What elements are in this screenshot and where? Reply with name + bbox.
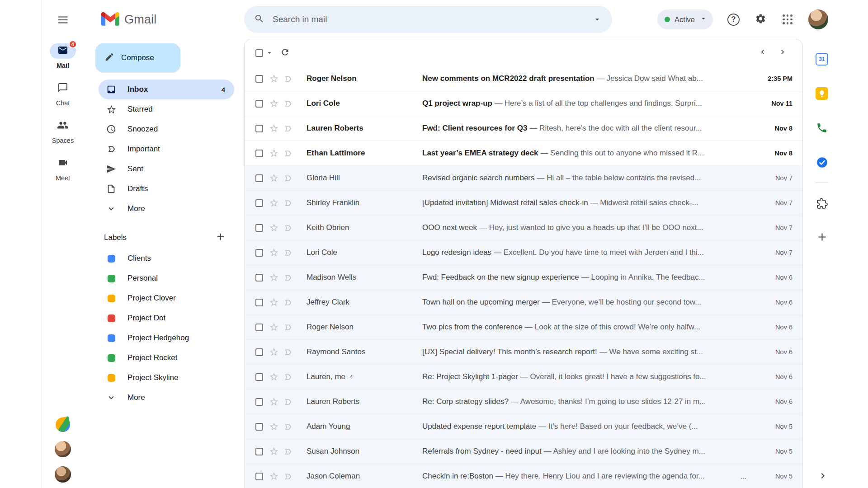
importance-marker-icon[interactable] [282,73,293,84]
importance-marker-icon[interactable] [282,347,293,357]
compose-button[interactable]: Compose [95,43,180,72]
row-checkbox[interactable] [255,373,263,381]
star-icon[interactable] [269,421,279,432]
voice-icon[interactable] [815,121,829,135]
importance-marker-icon[interactable] [282,371,293,382]
sidebar-item-important[interactable]: Important [99,139,234,159]
row-checkbox[interactable] [255,249,263,257]
row-checkbox[interactable] [255,348,263,356]
create-label-button[interactable] [213,230,228,245]
row-checkbox[interactable] [255,75,263,83]
importance-marker-icon[interactable] [282,123,293,134]
rail-item-chat[interactable]: Chat [50,81,76,107]
sidebar-label-item[interactable]: Project Rocket [99,348,234,368]
email-row[interactable]: Lauren, me4 Re: Project Skylight 1-pager… [245,365,802,389]
email-row[interactable]: Roger Nelson New comments on MCR2022 dra… [245,66,802,91]
main-menu-button[interactable] [52,10,74,32]
star-icon[interactable] [269,98,279,109]
importance-marker-icon[interactable] [282,173,293,183]
email-row[interactable]: Lauren Roberts Re: Corp strategy slides?… [245,389,802,414]
search-options-caret-icon[interactable] [587,9,608,30]
email-row[interactable]: Lori Cole Q1 project wrap-up— Here’s a l… [245,91,802,116]
sidebar-label-item[interactable]: Personal [99,268,234,288]
importance-marker-icon[interactable] [282,197,293,208]
row-checkbox[interactable] [255,199,263,207]
rail-item-mail[interactable]: 4 Mail [50,43,76,69]
status-chip[interactable]: Active [657,9,713,29]
search-bar[interactable] [244,6,612,33]
sidebar-label-item[interactable]: Project Clover [99,288,234,308]
importance-marker-icon[interactable] [282,421,293,432]
tasks-icon[interactable] [815,155,829,169]
row-checkbox[interactable] [255,274,263,282]
star-icon[interactable] [269,347,279,357]
importance-marker-icon[interactable] [282,396,293,407]
refresh-button[interactable] [276,44,294,62]
star-icon[interactable] [269,123,279,134]
star-icon[interactable] [269,222,279,233]
star-icon[interactable] [269,371,279,382]
older-page-button[interactable] [774,44,792,62]
select-dropdown-caret-icon[interactable] [265,48,274,57]
importance-marker-icon[interactable] [282,322,293,333]
row-checkbox[interactable] [255,150,263,157]
help-button[interactable]: ? [727,14,740,26]
sidebar-item-sent[interactable]: Sent [99,159,234,179]
apps-grid-button[interactable] [781,13,794,26]
row-checkbox[interactable] [255,473,263,480]
star-icon[interactable] [269,173,279,183]
get-addons-button[interactable] [815,231,829,244]
sidebar-label-item[interactable]: Project Dot [99,308,234,328]
row-checkbox[interactable] [255,324,263,331]
rail-item-spaces[interactable]: Spaces [50,118,76,144]
row-checkbox[interactable] [255,299,263,306]
workspace-logo[interactable] [54,416,71,433]
star-icon[interactable] [269,396,279,407]
row-checkbox[interactable] [255,100,263,108]
sidebar-item-more[interactable]: More [99,199,234,219]
collapse-panel-button[interactable] [816,470,830,483]
sidebar-item-starred[interactable]: Starred [99,99,234,119]
importance-marker-icon[interactable] [282,471,293,482]
email-row[interactable]: Gloria Hill Revised organic search numbe… [245,166,802,191]
row-checkbox[interactable] [255,125,263,132]
keep-icon[interactable] [815,87,829,100]
addons-icon[interactable] [815,197,829,210]
row-checkbox[interactable] [255,224,263,232]
email-row[interactable]: Roger Nelson Two pics from the conferenc… [245,315,802,340]
sidebar-item-inbox[interactable]: Inbox 4 [99,80,234,99]
rail-item-meet[interactable]: Meet [50,156,76,182]
email-row[interactable]: Susan Johnson Referrals from Sydney - ne… [245,439,802,464]
search-input[interactable] [272,14,580,25]
star-icon[interactable] [269,272,279,283]
quick-avatar-2[interactable] [55,466,71,483]
importance-marker-icon[interactable] [282,98,293,109]
sidebar-label-item[interactable]: Project Skyline [99,368,234,388]
email-row[interactable]: Ethan Lattimore Last year’s EMEA strateg… [245,141,802,166]
star-icon[interactable] [269,471,279,482]
importance-marker-icon[interactable] [282,148,293,159]
star-icon[interactable] [269,148,279,159]
sidebar-item-snoozed[interactable]: Snoozed [99,119,234,139]
account-avatar[interactable] [808,9,828,29]
email-row[interactable]: Jason Coleman Checkin in re:Boston— Hey … [245,464,802,488]
importance-marker-icon[interactable] [282,222,293,233]
quick-avatar-1[interactable] [55,441,71,457]
star-icon[interactable] [269,73,279,84]
email-row[interactable]: Madison Wells Fwd: Feedback on the new s… [245,265,802,290]
importance-marker-icon[interactable] [282,272,293,283]
newer-page-button[interactable] [754,44,772,62]
importance-marker-icon[interactable] [282,297,293,308]
row-checkbox[interactable] [255,398,263,406]
importance-marker-icon[interactable] [282,446,293,457]
star-icon[interactable] [269,446,279,457]
labels-more[interactable]: More [99,388,234,408]
settings-button[interactable] [754,13,767,26]
sidebar-item-drafts[interactable]: Drafts [99,179,234,199]
importance-marker-icon[interactable] [282,247,293,258]
email-row[interactable]: Keith Obrien OOO next week— Hey, just wa… [245,216,802,240]
sidebar-label-item[interactable]: Project Hedgehog [99,328,234,348]
sidebar-label-item[interactable]: Clients [99,249,234,268]
row-checkbox[interactable] [255,448,263,455]
calendar-icon[interactable]: 31 [815,52,829,66]
